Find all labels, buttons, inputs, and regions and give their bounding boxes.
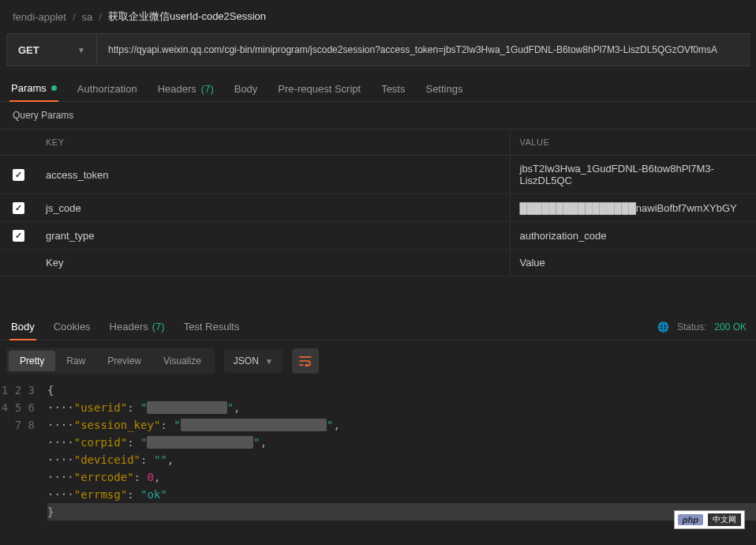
response-tabs-bar: Body Cookies Headers (7) Test Results 🌐 … — [0, 314, 756, 340]
view-preview[interactable]: Preview — [96, 351, 152, 371]
checkbox-header — [0, 130, 36, 156]
tab-authorization[interactable]: Authorization — [76, 76, 139, 101]
method-select[interactable]: GET ▼ — [6, 33, 97, 66]
globe-icon[interactable]: 🌐 — [657, 321, 669, 333]
param-value[interactable]: authorization_code — [510, 222, 756, 250]
param-key[interactable]: grant_type — [36, 222, 510, 250]
table-row-new[interactable]: Key Value — [0, 250, 756, 276]
param-value[interactable]: ████████████████nawiBofbf7wmXYbGY — [510, 194, 756, 222]
table-row[interactable]: ✓ grant_type authorization_code — [0, 222, 756, 250]
response-section: Body Cookies Headers (7) Test Results 🌐 … — [0, 314, 756, 521]
status-area: 🌐 Status: 200 OK — [657, 321, 747, 333]
breadcrumb-sep: / — [73, 11, 76, 23]
status-value: 200 OK — [714, 321, 747, 333]
param-value[interactable]: jbsT2lw3Hwa_1GudFDNL-B6tow8hPl7M3-LiszDL… — [510, 156, 756, 194]
resp-tab-cookies[interactable]: Cookies — [52, 314, 92, 340]
params-table: KEY VALUE ✓ access_token jbsT2lw3Hwa_1Gu… — [0, 129, 756, 276]
php-logo: php — [678, 514, 703, 525]
resp-tab-headers-label: Headers — [110, 321, 148, 333]
query-params-title: Query Params — [0, 102, 756, 129]
line-gutter: 1 2 3 4 5 6 7 8 — [0, 382, 47, 521]
view-visualize[interactable]: Visualize — [152, 351, 212, 371]
value-header: VALUE — [510, 130, 756, 156]
params-active-dot-icon — [51, 85, 57, 91]
request-bar: GET ▼ — [6, 33, 750, 66]
status-label: Status: — [677, 321, 706, 333]
chevron-down-icon: ▼ — [265, 357, 273, 366]
cn-label: 中文网 — [708, 513, 741, 526]
param-key[interactable]: access_token — [36, 156, 510, 194]
view-controls: Pretty Raw Preview Visualize JSON ▼ — [0, 340, 756, 382]
method-label: GET — [18, 44, 39, 56]
format-label: JSON — [234, 355, 259, 366]
resp-tab-test-results[interactable]: Test Results — [182, 314, 241, 340]
php-badge: php 中文网 — [674, 510, 745, 529]
code-lines: { ····"userid": "████████████", ····"ses… — [47, 382, 756, 521]
breadcrumb: fendi-applet / sa / 获取企业微信userId-code2Se… — [0, 0, 756, 33]
breadcrumb-sep: / — [99, 11, 102, 23]
breadcrumb-workspace[interactable]: fendi-applet — [13, 11, 66, 23]
tab-headers-label: Headers — [158, 83, 196, 95]
tab-params[interactable]: Params — [9, 76, 58, 102]
tab-body[interactable]: Body — [233, 76, 260, 101]
tab-settings[interactable]: Settings — [424, 76, 464, 101]
breadcrumb-request: 获取企业微信userId-code2Session — [108, 9, 266, 24]
table-row[interactable]: ✓ js_code ████████████████nawiBofbf7wmXY… — [0, 194, 756, 222]
tab-headers[interactable]: Headers (7) — [156, 76, 215, 101]
param-key-input[interactable]: Key — [36, 250, 510, 276]
row-checkbox[interactable]: ✓ — [13, 230, 24, 242]
format-select[interactable]: JSON ▼ — [224, 349, 283, 373]
row-checkbox[interactable]: ✓ — [13, 202, 24, 214]
resp-tab-headers-count: (7) — [152, 321, 165, 333]
wrap-lines-button[interactable] — [292, 348, 319, 374]
wrap-icon — [299, 355, 312, 366]
breadcrumb-folder[interactable]: sa — [82, 11, 93, 23]
view-raw[interactable]: Raw — [55, 351, 96, 371]
view-pretty[interactable]: Pretty — [9, 351, 55, 371]
response-body-code[interactable]: 1 2 3 4 5 6 7 8 { ····"userid": "███████… — [0, 382, 756, 521]
chevron-down-icon: ▼ — [77, 46, 85, 54]
tab-params-label: Params — [11, 82, 47, 94]
resp-tab-headers[interactable]: Headers (7) — [108, 314, 167, 340]
tab-tests[interactable]: Tests — [380, 76, 406, 101]
tab-prerequest[interactable]: Pre-request Script — [276, 76, 362, 101]
param-value-input[interactable]: Value — [510, 250, 756, 276]
url-input[interactable] — [97, 33, 750, 66]
request-tabs: Params Authorization Headers (7) Body Pr… — [0, 76, 756, 102]
param-key[interactable]: js_code — [36, 194, 510, 222]
key-header: KEY — [36, 130, 510, 156]
tab-headers-count: (7) — [201, 83, 214, 95]
view-mode-group: Pretty Raw Preview Visualize — [6, 348, 215, 374]
row-checkbox[interactable]: ✓ — [13, 169, 24, 181]
resp-tab-body[interactable]: Body — [9, 314, 36, 340]
table-row[interactable]: ✓ access_token jbsT2lw3Hwa_1GudFDNL-B6to… — [0, 156, 756, 194]
